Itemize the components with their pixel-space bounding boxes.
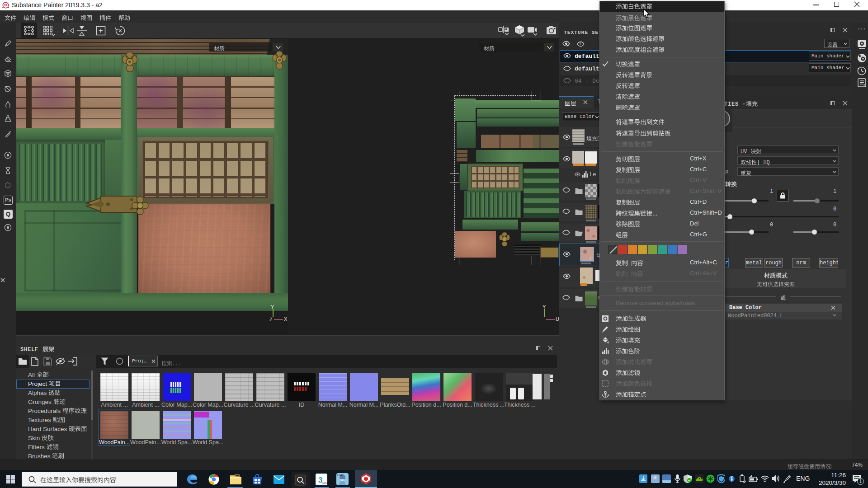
svg-text:MAX: MAX <box>322 482 327 484</box>
svg-text:LIVE: LIVE <box>337 474 343 477</box>
